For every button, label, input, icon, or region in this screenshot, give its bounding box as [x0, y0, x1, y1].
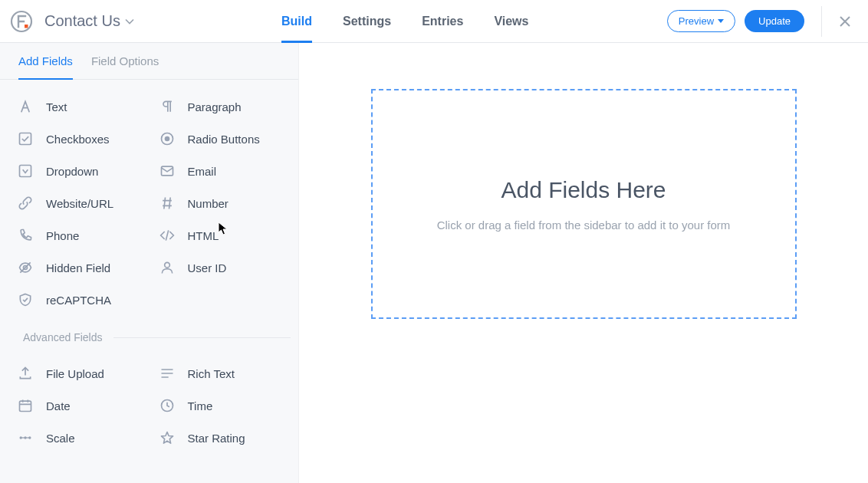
topbar: Contact Us Build Settings Entries Views …	[0, 0, 868, 43]
field-label: Number	[188, 197, 229, 210]
field-paragraph[interactable]: Paragraph	[150, 90, 291, 123]
svg-rect-1	[25, 25, 28, 28]
body: Add Fields Field Options Text Paragraph …	[0, 43, 868, 483]
hash-icon	[159, 195, 176, 212]
field-user-id[interactable]: User ID	[150, 251, 291, 284]
field-label: Phone	[46, 229, 79, 242]
field-file-upload[interactable]: File Upload	[8, 357, 150, 389]
field-label: Radio Buttons	[188, 133, 260, 146]
divider	[821, 6, 822, 37]
close-button[interactable]	[834, 11, 856, 32]
sidebar-tab-add-fields[interactable]: Add Fields	[18, 43, 73, 80]
field-label: Date	[46, 399, 71, 412]
rich-text-icon	[159, 365, 176, 382]
topnav: Build Settings Entries Views	[274, 0, 528, 43]
checkbox-icon	[17, 130, 34, 147]
logo-area: Contact Us	[9, 9, 274, 34]
text-icon	[17, 98, 34, 115]
field-date[interactable]: Date	[8, 389, 150, 422]
field-label: Dropdown	[46, 165, 98, 178]
field-hidden[interactable]: Hidden Field	[8, 251, 150, 284]
field-label: Rich Text	[188, 367, 235, 380]
field-phone[interactable]: Phone	[8, 219, 150, 251]
radio-icon	[159, 130, 176, 147]
field-label: Checkboxes	[46, 133, 110, 146]
section-title: Advanced Fields	[23, 331, 103, 343]
field-label: Text	[46, 100, 67, 113]
code-icon	[159, 227, 176, 244]
field-label: Scale	[46, 432, 75, 445]
form-title: Contact Us	[44, 12, 120, 30]
shield-check-icon	[17, 291, 34, 308]
field-label: User ID	[188, 261, 227, 274]
chevron-down-icon	[125, 18, 134, 25]
field-star-rating[interactable]: Star Rating	[150, 422, 291, 454]
user-icon	[159, 259, 176, 276]
svg-rect-5	[20, 166, 31, 177]
email-icon	[159, 163, 176, 179]
field-checkboxes[interactable]: Checkboxes	[8, 123, 150, 155]
field-label: Email	[188, 165, 217, 178]
tab-settings[interactable]: Settings	[343, 0, 391, 43]
form-title-dropdown[interactable]: Contact Us	[44, 12, 134, 30]
link-icon	[17, 195, 34, 212]
top-actions: Preview Update	[667, 6, 856, 37]
field-html[interactable]: HTML	[150, 219, 291, 251]
advanced-fields-header: Advanced Fields	[0, 322, 298, 347]
eye-off-icon	[17, 259, 34, 276]
field-label: Website/URL	[46, 197, 113, 210]
sidebar-tabs: Add Fields Field Options	[0, 43, 298, 80]
phone-icon	[17, 227, 34, 244]
field-label: Hidden Field	[46, 261, 110, 274]
tab-entries[interactable]: Entries	[422, 0, 463, 43]
dropzone-subtitle: Click or drag a field from the sidebar t…	[437, 219, 731, 232]
field-text[interactable]: Text	[8, 90, 150, 123]
advanced-fields-grid: File Upload Rich Text Date Time Scale St…	[0, 347, 298, 460]
divider	[113, 337, 291, 338]
field-label: Paragraph	[188, 100, 242, 113]
field-email[interactable]: Email	[150, 155, 291, 187]
svg-point-8	[164, 262, 169, 268]
sidebar: Add Fields Field Options Text Paragraph …	[0, 43, 299, 483]
svg-point-4	[164, 136, 169, 142]
field-label: Time	[188, 399, 213, 412]
update-button[interactable]: Update	[745, 10, 804, 32]
field-label: File Upload	[46, 367, 104, 380]
preview-label: Preview	[679, 15, 714, 27]
preview-button[interactable]: Preview	[667, 10, 735, 32]
app-logo-icon[interactable]	[9, 9, 34, 34]
tab-views[interactable]: Views	[494, 0, 528, 43]
upload-icon	[17, 365, 34, 382]
field-label: HTML	[188, 229, 219, 242]
field-scale[interactable]: Scale	[8, 422, 150, 454]
basic-fields-grid: Text Paragraph Checkboxes Radio Buttons …	[0, 80, 298, 322]
dropzone-title: Add Fields Here	[501, 177, 666, 203]
tab-build[interactable]: Build	[281, 0, 312, 43]
sidebar-tab-field-options[interactable]: Field Options	[91, 43, 159, 80]
caret-down-icon	[718, 19, 724, 24]
clock-icon	[159, 397, 176, 414]
dropzone[interactable]: Add Fields Here Click or drag a field fr…	[371, 89, 797, 319]
star-icon	[159, 429, 176, 446]
calendar-icon	[17, 397, 34, 414]
dropdown-icon	[17, 163, 34, 179]
field-number[interactable]: Number	[150, 187, 291, 219]
svg-rect-2	[20, 133, 31, 145]
field-rich-text[interactable]: Rich Text	[150, 357, 291, 389]
paragraph-icon	[159, 98, 176, 115]
scale-icon	[17, 429, 34, 446]
svg-rect-9	[20, 401, 31, 411]
field-radio-buttons[interactable]: Radio Buttons	[150, 123, 291, 155]
field-recaptcha[interactable]: reCAPTCHA	[8, 284, 150, 316]
close-icon	[839, 15, 851, 28]
field-dropdown[interactable]: Dropdown	[8, 155, 150, 187]
field-url[interactable]: Website/URL	[8, 187, 150, 219]
field-label: reCAPTCHA	[46, 294, 111, 307]
canvas: Add Fields Here Click or drag a field fr…	[299, 43, 868, 483]
field-time[interactable]: Time	[150, 389, 291, 422]
field-label: Star Rating	[188, 432, 245, 445]
